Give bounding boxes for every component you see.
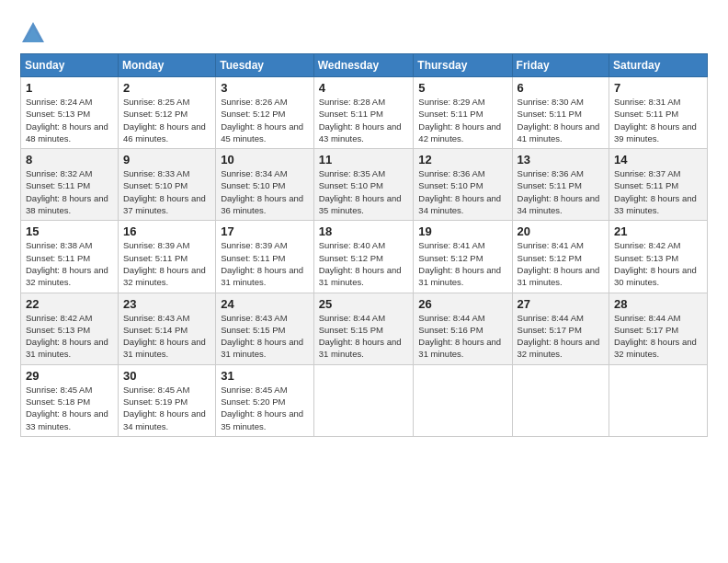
day-number: 19 [418,224,506,238]
day-number: 31 [221,369,309,383]
calendar-cell: 28 Sunrise: 8:44 AMSunset: 5:17 PMDaylig… [609,293,708,364]
calendar-cell: 1 Sunrise: 8:24 AMSunset: 5:13 PMDayligh… [21,77,119,149]
calendar-cell: 10 Sunrise: 8:34 AMSunset: 5:10 PMDaylig… [216,149,314,221]
calendar-table: Sunday Monday Tuesday Wednesday Thursday… [20,53,708,437]
header-monday: Monday [118,54,215,77]
calendar-cell: 18 Sunrise: 8:40 AMSunset: 5:12 PMDaylig… [313,221,414,293]
day-number: 24 [221,297,309,311]
day-number: 21 [614,224,702,238]
calendar-cell: 15 Sunrise: 8:38 AMSunset: 5:11 PMDaylig… [21,221,119,293]
day-number: 5 [418,81,506,95]
page: Sunday Monday Tuesday Wednesday Thursday… [0,0,728,563]
calendar-week-row: 1 Sunrise: 8:24 AMSunset: 5:13 PMDayligh… [21,77,708,149]
day-number: 6 [518,81,604,95]
calendar-cell: 16 Sunrise: 8:39 AMSunset: 5:11 PMDaylig… [118,221,215,293]
calendar-cell: 12 Sunrise: 8:36 AMSunset: 5:10 PMDaylig… [414,149,512,221]
header-saturday: Saturday [609,54,708,77]
calendar-cell: 27 Sunrise: 8:44 AMSunset: 5:17 PMDaylig… [512,293,609,364]
day-info: Sunrise: 8:38 AMSunset: 5:11 PMDaylight:… [26,240,108,287]
calendar-cell: 17 Sunrise: 8:39 AMSunset: 5:11 PMDaylig… [216,221,314,293]
day-info: Sunrise: 8:41 AMSunset: 5:12 PMDaylight:… [518,240,600,287]
day-info: Sunrise: 8:35 AMSunset: 5:10 PMDaylight:… [319,168,402,215]
logo [20,20,50,46]
day-info: Sunrise: 8:29 AMSunset: 5:11 PMDaylight:… [418,97,501,144]
day-number: 18 [319,224,409,238]
day-info: Sunrise: 8:25 AMSunset: 5:12 PMDaylight:… [123,97,206,144]
day-number: 1 [26,81,113,95]
day-info: Sunrise: 8:31 AMSunset: 5:11 PMDaylight:… [614,97,697,144]
day-number: 23 [123,297,210,311]
day-info: Sunrise: 8:36 AMSunset: 5:11 PMDaylight:… [518,168,600,215]
day-info: Sunrise: 8:44 AMSunset: 5:15 PMDaylight:… [319,313,402,360]
calendar-cell: 21 Sunrise: 8:42 AMSunset: 5:13 PMDaylig… [609,221,708,293]
calendar-cell: 14 Sunrise: 8:37 AMSunset: 5:11 PMDaylig… [609,149,708,221]
calendar-week-row: 29 Sunrise: 8:45 AMSunset: 5:18 PMDaylig… [21,364,708,436]
logo-icon [20,20,46,46]
calendar-week-row: 15 Sunrise: 8:38 AMSunset: 5:11 PMDaylig… [21,221,708,293]
day-number: 4 [319,81,409,95]
day-info: Sunrise: 8:42 AMSunset: 5:13 PMDaylight:… [614,240,697,287]
day-info: Sunrise: 8:30 AMSunset: 5:11 PMDaylight:… [518,97,600,144]
calendar-cell: 7 Sunrise: 8:31 AMSunset: 5:11 PMDayligh… [609,77,708,149]
day-number: 15 [26,224,113,238]
day-info: Sunrise: 8:32 AMSunset: 5:11 PMDaylight:… [26,168,108,215]
day-info: Sunrise: 8:39 AMSunset: 5:11 PMDaylight:… [123,240,206,287]
header [20,17,708,46]
day-info: Sunrise: 8:28 AMSunset: 5:11 PMDaylight:… [319,97,402,144]
day-number: 16 [123,224,210,238]
calendar-cell: 22 Sunrise: 8:42 AMSunset: 5:13 PMDaylig… [21,293,119,364]
day-number: 20 [518,224,604,238]
day-info: Sunrise: 8:39 AMSunset: 5:11 PMDaylight:… [221,240,303,287]
day-info: Sunrise: 8:37 AMSunset: 5:11 PMDaylight:… [614,168,697,215]
day-info: Sunrise: 8:26 AMSunset: 5:12 PMDaylight:… [221,97,303,144]
day-info: Sunrise: 8:36 AMSunset: 5:10 PMDaylight:… [418,168,501,215]
calendar-cell: 6 Sunrise: 8:30 AMSunset: 5:11 PMDayligh… [512,77,609,149]
day-info: Sunrise: 8:33 AMSunset: 5:10 PMDaylight:… [123,168,206,215]
day-number: 9 [123,153,210,167]
calendar-cell: 4 Sunrise: 8:28 AMSunset: 5:11 PMDayligh… [313,77,414,149]
calendar-cell: 23 Sunrise: 8:43 AMSunset: 5:14 PMDaylig… [118,293,215,364]
calendar-cell: 25 Sunrise: 8:44 AMSunset: 5:15 PMDaylig… [313,293,414,364]
calendar-cell: 2 Sunrise: 8:25 AMSunset: 5:12 PMDayligh… [118,77,215,149]
calendar-cell [609,364,708,436]
calendar-cell: 24 Sunrise: 8:43 AMSunset: 5:15 PMDaylig… [216,293,314,364]
day-number: 30 [123,369,210,383]
day-info: Sunrise: 8:45 AMSunset: 5:20 PMDaylight:… [221,385,303,431]
day-info: Sunrise: 8:44 AMSunset: 5:17 PMDaylight:… [518,313,600,360]
calendar-cell: 19 Sunrise: 8:41 AMSunset: 5:12 PMDaylig… [414,221,512,293]
day-info: Sunrise: 8:43 AMSunset: 5:15 PMDaylight:… [221,313,303,360]
calendar-week-row: 22 Sunrise: 8:42 AMSunset: 5:13 PMDaylig… [21,293,708,364]
day-number: 12 [418,153,506,167]
day-number: 26 [418,297,506,311]
header-sunday: Sunday [21,54,119,77]
header-thursday: Thursday [414,54,512,77]
header-wednesday: Wednesday [313,54,414,77]
day-info: Sunrise: 8:45 AMSunset: 5:19 PMDaylight:… [123,385,206,431]
header-tuesday: Tuesday [216,54,314,77]
day-info: Sunrise: 8:40 AMSunset: 5:12 PMDaylight:… [319,240,402,287]
day-number: 10 [221,153,309,167]
calendar-cell: 9 Sunrise: 8:33 AMSunset: 5:10 PMDayligh… [118,149,215,221]
day-info: Sunrise: 8:42 AMSunset: 5:13 PMDaylight:… [26,313,108,360]
day-info: Sunrise: 8:45 AMSunset: 5:18 PMDaylight:… [26,385,108,431]
day-number: 3 [221,81,309,95]
day-info: Sunrise: 8:44 AMSunset: 5:16 PMDaylight:… [418,313,501,360]
day-number: 14 [614,153,702,167]
day-number: 25 [319,297,409,311]
calendar-cell: 29 Sunrise: 8:45 AMSunset: 5:18 PMDaylig… [21,364,119,436]
day-number: 17 [221,224,309,238]
day-number: 27 [518,297,604,311]
day-info: Sunrise: 8:41 AMSunset: 5:12 PMDaylight:… [418,240,501,287]
day-number: 7 [614,81,702,95]
calendar-cell: 11 Sunrise: 8:35 AMSunset: 5:10 PMDaylig… [313,149,414,221]
day-info: Sunrise: 8:43 AMSunset: 5:14 PMDaylight:… [123,313,206,360]
calendar-cell: 26 Sunrise: 8:44 AMSunset: 5:16 PMDaylig… [414,293,512,364]
calendar-week-row: 8 Sunrise: 8:32 AMSunset: 5:11 PMDayligh… [21,149,708,221]
calendar-cell [512,364,609,436]
weekday-header-row: Sunday Monday Tuesday Wednesday Thursday… [21,54,708,77]
calendar-cell: 5 Sunrise: 8:29 AMSunset: 5:11 PMDayligh… [414,77,512,149]
calendar-cell [414,364,512,436]
day-info: Sunrise: 8:34 AMSunset: 5:10 PMDaylight:… [221,168,303,215]
calendar-cell: 20 Sunrise: 8:41 AMSunset: 5:12 PMDaylig… [512,221,609,293]
day-number: 8 [26,153,113,167]
